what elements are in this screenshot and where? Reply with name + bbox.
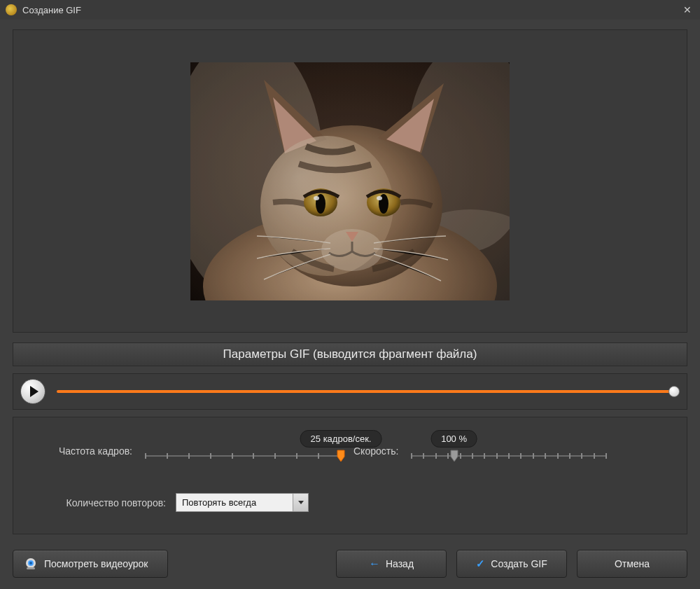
window-title: Создание GIF <box>22 5 680 15</box>
back-label: Назад <box>386 558 414 569</box>
create-gif-button[interactable]: ✓ Создать GIF <box>456 550 567 578</box>
titlebar: Создание GIF ✕ <box>0 0 700 20</box>
play-button[interactable] <box>20 379 46 404</box>
fps-ticks <box>145 455 341 459</box>
timeline-thumb[interactable] <box>668 386 680 397</box>
speed-tooltip: 100 % <box>430 430 477 448</box>
params-header: Параметры GIF (выводится фрагмент файла) <box>13 342 687 366</box>
webcam-icon <box>23 557 38 570</box>
fps-label: Частота кадров: <box>33 445 138 457</box>
footer: Посмотреть видеоурок ← Назад ✓ Создать G… <box>13 550 687 578</box>
speed-ticks <box>411 455 607 459</box>
arrow-left-icon: ← <box>369 557 380 570</box>
fps-handle[interactable] <box>336 450 346 462</box>
svg-rect-14 <box>190 62 510 300</box>
watch-tutorial-label: Посмотреть видеоурок <box>44 558 148 569</box>
svg-marker-15 <box>337 450 344 462</box>
svg-point-19 <box>29 562 32 564</box>
create-gif-label: Создать GIF <box>491 558 547 569</box>
repeat-select-value: Повторять всегда <box>176 497 293 508</box>
repeat-label: Количество повторов: <box>33 497 166 508</box>
repeat-select[interactable]: Повторять всегда <box>176 493 309 512</box>
preview-image <box>190 62 510 300</box>
cancel-button[interactable]: Отмена <box>577 550 687 578</box>
back-button[interactable]: ← Назад <box>336 550 447 578</box>
speed-slider[interactable]: 100 % <box>411 437 607 465</box>
chevron-down-icon[interactable] <box>293 494 308 511</box>
app-icon <box>6 4 17 15</box>
svg-rect-20 <box>27 567 35 569</box>
fps-tooltip: 25 кадров/сек. <box>300 430 382 448</box>
cancel-label: Отмена <box>615 558 650 569</box>
watch-tutorial-button[interactable]: Посмотреть видеоурок <box>13 550 168 578</box>
preview-frame <box>13 29 687 333</box>
timeline-panel <box>13 373 687 410</box>
settings-panel: Частота кадров: 25 кадров/сек. Скорость:… <box>13 417 687 534</box>
timeline-track[interactable] <box>57 390 674 393</box>
fps-slider[interactable]: 25 кадров/сек. <box>145 437 341 465</box>
svg-marker-16 <box>451 450 458 462</box>
check-icon: ✓ <box>476 557 485 570</box>
close-icon[interactable]: ✕ <box>680 3 694 17</box>
speed-handle[interactable] <box>449 450 459 462</box>
